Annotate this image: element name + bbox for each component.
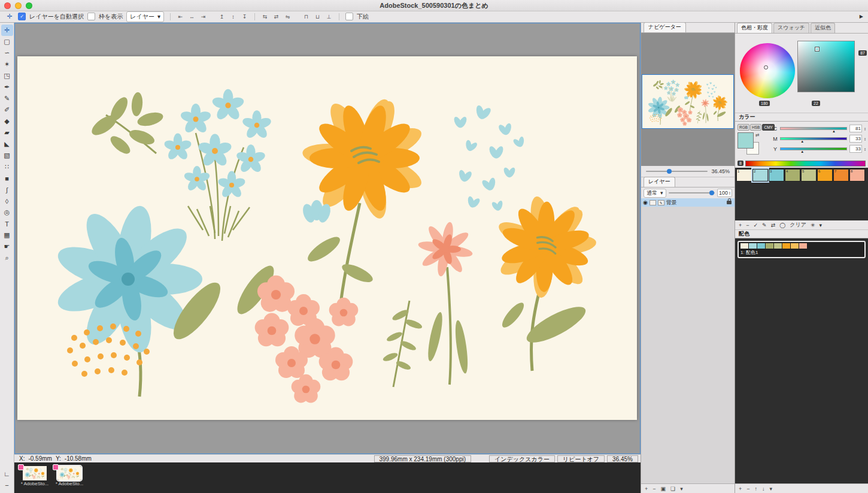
zoom-level-button[interactable]: 36.45% — [607, 455, 638, 462]
tab-hue-saturation[interactable]: 色相・彩度 — [737, 23, 772, 33]
text-tool-button[interactable]: T — [1, 218, 13, 229]
canvas-viewport[interactable] — [14, 23, 641, 454]
canvas-artwork[interactable] — [17, 56, 637, 420]
edit-swatch-button[interactable]: ✎ — [762, 222, 767, 228]
auto-select-layer-checkbox[interactable]: ✓ — [18, 13, 26, 20]
add-swatch-button[interactable]: + — [739, 222, 742, 228]
zoom-tool-button[interactable]: ⌕ — [1, 252, 13, 264]
delete-layer-button[interactable]: − — [652, 486, 655, 492]
ink-tool-button[interactable]: ◆ — [1, 116, 13, 127]
remove-swatch-button[interactable]: − — [746, 222, 749, 228]
move-palette-down-button[interactable]: ↓ — [762, 486, 765, 492]
color-spectrum-ramp[interactable] — [745, 161, 866, 167]
asterisk-button[interactable]: ✳ — [811, 222, 815, 228]
eyedropper-tool-button[interactable]: ✒ — [1, 81, 13, 93]
document-thumbnail-1[interactable]: * AdobeSto... — [20, 466, 49, 486]
swatch-4[interactable]: 4 — [785, 169, 800, 182]
brush-tool-button[interactable]: ✐ — [1, 104, 13, 116]
opacity-stepper[interactable]: ▴ ▾ — [729, 191, 730, 195]
layers-menu-button[interactable]: ▾ — [680, 486, 683, 492]
swatch-8[interactable]: 8 — [849, 169, 865, 182]
hue-wheel-marker[interactable] — [764, 65, 768, 69]
swap-colors-icon[interactable]: ⇄ — [755, 132, 760, 138]
distribute-space-button[interactable]: ⇋ — [284, 14, 292, 20]
tab-similar-colors[interactable]: 近似色 — [811, 23, 835, 33]
fill-tool-button[interactable]: ◣ — [1, 138, 13, 150]
marquee-tool-button[interactable]: ▢ — [1, 36, 13, 47]
navigator-preview[interactable] — [641, 33, 735, 166]
swatch-2[interactable]: 2 — [752, 169, 768, 182]
swap-swatch-button[interactable]: ⇄ — [771, 222, 776, 228]
tab-navigator[interactable]: ナビゲーター — [644, 22, 686, 32]
blur-tool-button[interactable]: ◊ — [1, 195, 13, 207]
maximize-window-button[interactable] — [26, 2, 32, 9]
fit-bottom-button[interactable]: ⊔ — [314, 14, 321, 20]
focus-tool-button[interactable]: ◎ — [1, 207, 13, 218]
swatch-7[interactable]: 7 — [833, 169, 849, 182]
palette-menu-button[interactable]: ▾ — [770, 486, 773, 492]
gradient-tool-button[interactable]: ▧ — [1, 150, 13, 161]
hue-wheel[interactable] — [740, 43, 795, 98]
fit-top-button[interactable]: ⊓ — [302, 14, 310, 20]
duplicate-layer-button[interactable]: ❏ — [670, 486, 675, 492]
remove-palette-button[interactable]: − — [746, 486, 749, 492]
layer-target-dropdown[interactable]: レイヤー ▾ — [126, 11, 164, 22]
tab-layers[interactable]: レイヤー — [644, 177, 675, 187]
layer-settings-button[interactable]: ▣ — [661, 486, 666, 492]
opacity-value-box[interactable]: 100 ▴ ▾ — [717, 189, 732, 197]
distribute-v-button[interactable]: ⇄ — [272, 14, 280, 20]
repeat-mode-button[interactable]: リピートオフ — [557, 455, 605, 462]
saturation-brightness-square[interactable] — [797, 41, 855, 92]
layer-visibility-icon[interactable]: ◉ — [643, 199, 648, 205]
opacity-slider[interactable] — [669, 192, 715, 193]
mode-hsb-button[interactable]: HSB — [750, 124, 761, 131]
blend-mode-dropdown[interactable]: 通常 ▾ — [644, 189, 666, 198]
eraser-tool-button[interactable]: ▰ — [1, 127, 13, 138]
apply-swatch-button[interactable]: ✓ — [754, 222, 758, 228]
show-frame-checkbox[interactable] — [87, 13, 95, 20]
add-palette-button[interactable]: + — [739, 486, 742, 492]
shape-tool-button[interactable]: ■ — [1, 173, 13, 184]
align-middle-v-button[interactable]: ↕ — [229, 14, 237, 20]
collapse-panel-button[interactable]: − — [1, 479, 13, 491]
magic-wand-tool-button[interactable]: ✶ — [1, 59, 13, 70]
swatch-5[interactable]: 5 — [801, 169, 817, 182]
magenta-slider[interactable]: ▲ — [780, 137, 847, 140]
swatch-menu-button[interactable]: ▾ — [819, 222, 822, 228]
document-thumbnail-2[interactable]: * AdobeSto... — [55, 466, 84, 486]
toolbar-overflow-button[interactable]: ▶ — [860, 14, 863, 19]
move-palette-up-button[interactable]: ↑ — [755, 486, 758, 492]
close-window-button[interactable] — [4, 2, 11, 9]
align-top-button[interactable]: ↥ — [218, 14, 226, 20]
palette-item-1[interactable]: 1: 配色1 — [738, 241, 866, 258]
underlay-checkbox[interactable] — [345, 13, 353, 20]
cyan-slider[interactable]: ▲ — [780, 127, 847, 130]
artboard[interactable] — [17, 56, 637, 420]
clear-button[interactable]: クリア — [790, 221, 806, 229]
fit-baseline-button[interactable]: ⊥ — [325, 14, 333, 20]
mode-rgb-button[interactable]: RGB — [738, 124, 749, 131]
yellow-value[interactable]: 33 — [849, 145, 862, 153]
magenta-stepper[interactable]: ▴▾ — [864, 137, 866, 141]
align-bottom-button[interactable]: ↧ — [241, 14, 248, 20]
cyan-value[interactable]: 81 — [849, 125, 862, 132]
ruler-corner-icon[interactable]: ∟ — [1, 468, 13, 479]
swatch-6[interactable]: 6 — [817, 169, 833, 182]
tab-swatches[interactable]: スウォッチ — [773, 23, 809, 33]
hand-tool-button[interactable]: ☛ — [1, 241, 13, 252]
yellow-stepper[interactable]: ▴▾ — [864, 147, 866, 151]
pattern-tool-button[interactable]: ∷ — [1, 161, 13, 173]
swatch-1[interactable]: 1 — [736, 169, 752, 182]
layer-row-background[interactable]: ◉ ✎ 背景 — [641, 198, 735, 207]
crop-tool-button[interactable]: ◳ — [1, 70, 13, 81]
minimize-window-button[interactable] — [15, 2, 22, 9]
navigator-zoom-slider[interactable] — [646, 171, 708, 172]
magenta-slider-marker[interactable]: ▲ — [800, 140, 804, 143]
yellow-slider-marker[interactable]: ▲ — [800, 150, 804, 153]
smudge-tool-button[interactable]: ∫ — [1, 184, 13, 195]
circle-swatch-button[interactable]: ◯ — [779, 222, 785, 228]
navigator-zoom-knob[interactable] — [667, 169, 672, 174]
align-right-button[interactable]: ⇥ — [199, 14, 207, 20]
distribute-h-button[interactable]: ⇆ — [261, 14, 269, 20]
foreground-color-swatch[interactable] — [738, 132, 754, 149]
